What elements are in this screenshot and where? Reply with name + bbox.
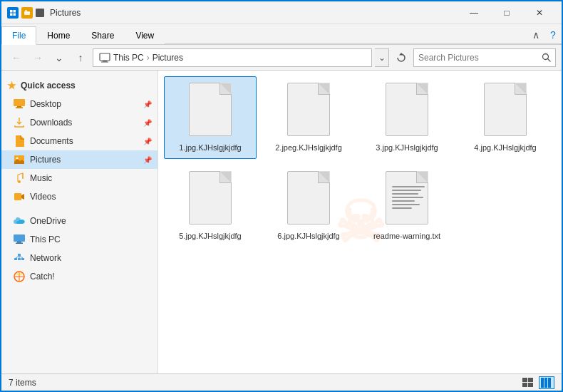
app-icon-yellow <box>21 7 33 19</box>
tab-view[interactable]: View <box>125 26 165 44</box>
file-area: ☠ 1.jpg.KJHslgjkjdfg 2.jpeg.KJHslgjkjdfg <box>158 71 562 373</box>
svg-rect-0 <box>10 10 13 13</box>
search-box[interactable] <box>413 48 556 67</box>
search-input[interactable] <box>414 53 537 63</box>
ribbon: File Home Share View ∧ ? <box>1 24 562 45</box>
main-area: ★ Quick access Desktop 📌 Downloads 📌 <box>1 71 562 373</box>
minimize-button[interactable]: — <box>458 1 490 24</box>
svg-rect-14 <box>16 108 23 109</box>
close-button[interactable]: ✕ <box>523 1 556 24</box>
file-name-2: 2.jpeg.KJHslgjkjdfg <box>275 143 342 153</box>
list-view-button[interactable] <box>520 376 536 389</box>
file-page-2 <box>287 83 330 136</box>
ribbon-collapse-button[interactable]: ∧ <box>527 26 544 44</box>
file-icon-3 <box>382 83 432 140</box>
svg-rect-34 <box>528 383 533 387</box>
tab-share[interactable]: Share <box>81 26 125 44</box>
videos-icon <box>13 190 26 203</box>
help-button[interactable]: ? <box>544 26 562 44</box>
file-name-4: 4.jpg.KJHslgjkjdfg <box>474 143 536 153</box>
file-icon-6 <box>284 171 334 228</box>
item-count: 7 items <box>9 378 36 388</box>
file-icon-2 <box>284 83 334 140</box>
sidebar-item-documents[interactable]: Documents 📌 <box>1 132 157 150</box>
svg-rect-24 <box>14 258 17 260</box>
file-name-7: readme-warning.txt <box>373 231 440 241</box>
sidebar-item-network[interactable]: Network <box>1 249 157 267</box>
sidebar-item-thispc[interactable]: This PC <box>1 230 157 249</box>
svg-rect-6 <box>100 53 110 61</box>
network-icon <box>13 252 26 264</box>
dropdown-button[interactable]: ⌄ <box>50 48 68 67</box>
window-controls: — □ ✕ <box>458 1 556 24</box>
file-page-5 <box>189 171 232 225</box>
svg-rect-35 <box>541 378 544 388</box>
file-line-1 <box>392 186 425 187</box>
sidebar-item-downloads[interactable]: Downloads 📌 <box>1 113 157 132</box>
refresh-button[interactable] <box>392 48 410 67</box>
file-line-3 <box>392 193 418 195</box>
svg-rect-37 <box>548 378 551 388</box>
file-icon-5 <box>185 171 235 228</box>
svg-rect-23 <box>18 254 21 256</box>
files-grid: 1.jpg.KJHslgjkjdfg 2.jpeg.KJHslgjkjdfg 3… <box>164 76 556 248</box>
file-line-2 <box>392 190 421 191</box>
file-line-6 <box>392 204 420 205</box>
large-icons-view-button[interactable] <box>539 376 554 389</box>
file-line-7 <box>392 207 412 209</box>
maximize-button[interactable]: □ <box>490 1 523 24</box>
pin-icon-pictures: 📌 <box>143 156 152 164</box>
pin-icon-desktop: 📌 <box>143 100 152 108</box>
sidebar-item-catch[interactable]: Catch! <box>1 267 157 286</box>
file-item-2[interactable]: 2.jpeg.KJHslgjkjdfg <box>262 76 355 159</box>
sidebar-documents-label: Documents <box>30 136 73 146</box>
file-item-4[interactable]: 4.jpg.KJHslgjkjdfg <box>459 76 552 159</box>
documents-icon <box>13 135 26 148</box>
file-item-6[interactable]: 6.jpg.KJHslgjkjdfg <box>262 165 355 247</box>
sidebar-desktop-label: Desktop <box>30 99 61 109</box>
sidebar-item-videos[interactable]: Videos <box>1 187 157 206</box>
sidebar-item-music[interactable]: Music <box>1 169 157 187</box>
address-path[interactable]: This PC › Pictures <box>93 48 372 67</box>
file-item-5[interactable]: 5.jpg.KJHslgjkjdfg <box>164 165 257 247</box>
svg-rect-12 <box>14 99 25 106</box>
window-title: Pictures <box>50 8 458 18</box>
up-button[interactable]: ↑ <box>71 48 90 67</box>
sidebar-item-pictures[interactable]: Pictures 📌 <box>1 150 157 169</box>
file-line-5 <box>392 200 415 202</box>
pictures-icon <box>13 153 26 166</box>
sidebar-network-label: Network <box>30 253 61 263</box>
tab-file[interactable]: File <box>1 26 36 45</box>
file-page-4 <box>484 83 527 136</box>
sidebar-item-onedrive[interactable]: OneDrive <box>1 212 157 230</box>
back-button[interactable]: ← <box>7 48 26 67</box>
title-bar: Pictures — □ ✕ <box>1 1 562 24</box>
address-dropdown-btn[interactable]: ⌄ <box>375 48 389 67</box>
sidebar-downloads-label: Downloads <box>30 118 72 128</box>
svg-rect-13 <box>17 106 21 108</box>
file-line-4 <box>392 197 423 198</box>
status-bar: 7 items <box>1 373 562 391</box>
file-icon-1 <box>185 83 235 140</box>
search-icon <box>542 53 551 62</box>
music-icon <box>13 172 26 185</box>
onedrive-icon <box>13 215 26 227</box>
svg-rect-25 <box>18 258 21 260</box>
forward-button[interactable]: → <box>29 48 47 67</box>
file-item-3[interactable]: 3.jpg.KJHslgjkjdfg <box>361 76 453 159</box>
svg-rect-5 <box>25 10 27 12</box>
app-icon-small <box>36 9 44 17</box>
file-item-1[interactable]: 1.jpg.KJHslgjkjdfg <box>164 76 257 159</box>
svg-rect-22 <box>16 243 23 244</box>
pin-icon-documents: 📌 <box>143 138 152 145</box>
file-page-1 <box>189 83 232 136</box>
svg-line-27 <box>16 256 19 258</box>
list-view-icon <box>522 378 534 388</box>
file-icon-7 <box>382 171 432 228</box>
file-item-7[interactable]: readme-warning.txt <box>361 165 453 247</box>
large-icons-view-icon <box>541 378 552 388</box>
sidebar-onedrive-label: OneDrive <box>30 216 66 226</box>
tab-home[interactable]: Home <box>36 26 81 44</box>
search-icon-button[interactable] <box>537 48 555 67</box>
sidebar-item-desktop[interactable]: Desktop 📌 <box>1 95 157 113</box>
